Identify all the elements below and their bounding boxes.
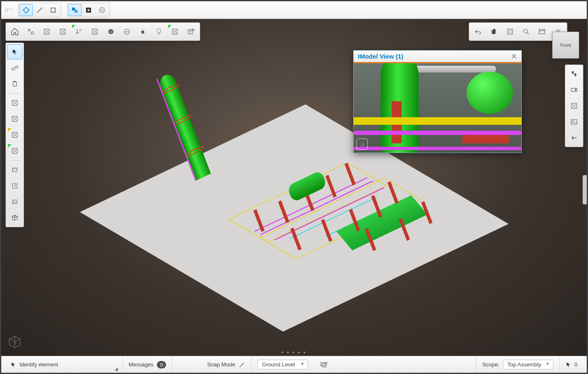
overlay-titlebar[interactable]: IModel View (1) ✕ (354, 51, 521, 63)
select-tool-button[interactable] (7, 44, 22, 59)
svg-rect-23 (539, 30, 545, 34)
cube-tool-button[interactable] (7, 210, 22, 226)
walk-button[interactable] (567, 66, 582, 81)
window-tool-button[interactable] (7, 162, 22, 178)
apple-button[interactable] (135, 24, 150, 39)
overlay-viewport[interactable]: .js (354, 63, 521, 153)
svg-rect-32 (13, 168, 17, 172)
scope-dropdown[interactable]: Top Assembly (503, 360, 553, 369)
viewport-3d[interactable]: Front (1, 19, 587, 356)
close-icon[interactable]: ✕ (511, 52, 517, 61)
scope-dropdown-label: Top Assembly (507, 361, 541, 368)
cursor-icon (11, 362, 16, 367)
imodel-logo-icon: .js (356, 138, 368, 150)
back-arrow-button[interactable] (567, 130, 582, 145)
svg-point-13 (110, 31, 110, 32)
selection-count-section[interactable]: 0 (560, 356, 583, 373)
active-corner-icon (72, 25, 75, 28)
drag-handle-icon[interactable] (5, 5, 12, 15)
svg-rect-44 (321, 362, 325, 366)
minus-circle-button[interactable] (119, 24, 134, 39)
photo-button[interactable] (567, 114, 582, 129)
support-column (421, 201, 440, 245)
tool-box-a[interactable] (7, 95, 22, 110)
expand-tool-button[interactable] (7, 178, 22, 194)
remove-selection-button[interactable] (95, 4, 109, 16)
overlay-pipe-magenta-2 (354, 147, 521, 150)
camera-button[interactable] (567, 82, 582, 97)
svg-rect-25 (12, 66, 18, 70)
dropdown-indicator-icon: ◢ (115, 366, 118, 371)
svg-rect-1 (51, 8, 55, 12)
top-toolbar (1, 1, 587, 19)
tool-box-1[interactable] (39, 24, 54, 39)
overlay-title-text: IModel View (1) (358, 53, 403, 60)
platform-lower (259, 178, 421, 259)
grid-add-button[interactable] (183, 24, 199, 39)
bulb-button[interactable] (151, 24, 166, 39)
image-tool-button[interactable] (7, 194, 22, 210)
snap-line-button[interactable] (33, 4, 46, 16)
active-corner-icon (8, 128, 11, 132)
distillation-column (157, 72, 250, 282)
tool-box-d[interactable] (7, 143, 22, 159)
svg-point-7 (28, 29, 30, 31)
right-edge-toolbar (565, 65, 583, 147)
window-view-button[interactable] (534, 24, 550, 39)
add-selection-button[interactable] (82, 4, 95, 16)
selection-tool-group (67, 3, 110, 17)
cursor-icon (566, 362, 571, 367)
undo-button[interactable] (470, 24, 486, 39)
level-dropdown-label: Ground Level (262, 361, 295, 368)
clipboard-tool-button[interactable] (7, 76, 22, 91)
imodel-view-overlay[interactable]: IModel View (1) ✕ .js (353, 50, 522, 153)
tool-box-2[interactable] (55, 24, 70, 39)
layers-section[interactable] (314, 356, 333, 373)
emoji-button[interactable] (103, 24, 118, 39)
svg-point-21 (524, 29, 527, 33)
identify-label: Identify element (19, 361, 58, 368)
svg-rect-45 (322, 363, 326, 367)
overlay-beam-yellow (354, 117, 521, 125)
fit-view-button[interactable] (502, 24, 518, 39)
snap-mode-section[interactable]: Snap Mode (172, 356, 251, 373)
settings-button[interactable] (23, 24, 38, 39)
svg-line-22 (527, 32, 529, 34)
snap-rect-button[interactable] (46, 4, 60, 16)
layers-icon (320, 361, 328, 369)
home-button[interactable] (7, 24, 22, 39)
identify-section[interactable]: Identify element ◢ (5, 356, 123, 373)
pan-button[interactable] (486, 24, 502, 39)
tool-box-3[interactable] (87, 24, 102, 39)
svg-rect-27 (14, 81, 16, 82)
svg-rect-41 (571, 120, 577, 124)
tool-box-b[interactable] (7, 111, 22, 126)
level-section: Ground Level (251, 356, 314, 373)
measure-tool-button[interactable] (7, 60, 22, 75)
panel-expand-handle[interactable] (583, 175, 587, 204)
resize-handle-icon[interactable]: ● ● ● ● ● (281, 350, 306, 354)
messages-count-badge: 0 (157, 361, 166, 369)
svg-rect-35 (13, 200, 17, 204)
svg-point-46 (325, 362, 328, 364)
status-bar: Identify element ◢ Messages 0 Snap Mode … (1, 356, 587, 373)
tool-box-c[interactable] (7, 127, 22, 143)
view-cube[interactable]: Front (552, 32, 579, 59)
zoom-button[interactable] (518, 24, 534, 39)
right-box-x-button[interactable] (567, 98, 582, 113)
active-corner-icon (168, 25, 172, 28)
main-toolbar (5, 22, 200, 41)
svg-point-38 (575, 73, 577, 77)
tool-box-4[interactable] (167, 24, 183, 39)
level-dropdown[interactable]: Ground Level (258, 360, 308, 369)
snap-point-button[interactable] (19, 4, 33, 16)
svg-rect-3 (75, 10, 78, 13)
sort-down-button[interactable] (71, 24, 86, 39)
svg-rect-2 (72, 8, 75, 11)
scope-section: Scope: Top Assembly (476, 356, 559, 373)
messages-section[interactable]: Messages 0 (123, 356, 172, 373)
messages-label: Messages (129, 361, 153, 368)
svg-rect-26 (13, 82, 16, 86)
selection-set-button[interactable] (68, 4, 82, 16)
active-corner-icon (8, 144, 11, 148)
